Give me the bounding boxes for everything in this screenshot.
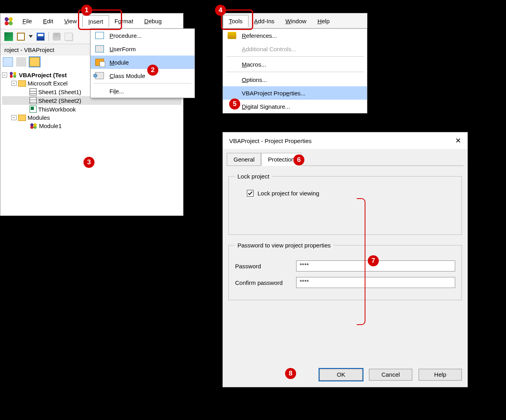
tools-options[interactable]: Options... [223,73,367,86]
window-icon[interactable] [17,33,25,41]
view-list-icon[interactable] [3,57,13,67]
menu-debug[interactable]: Debug [139,15,167,27]
insert-classmodule[interactable]: Class Module [91,69,195,82]
menu-file[interactable]: File [17,15,37,27]
insert-procedure[interactable]: Procedure... [91,29,195,42]
group-password: Password to view project properties Pass… [228,242,462,300]
callout-box-tools [221,9,253,30]
callout-brace-7 [357,198,365,325]
blank-icon [228,76,236,83]
collapse-icon[interactable]: − [11,115,17,120]
callout-badge-2: 2 [147,65,158,76]
lock-project-label: Lock project for viewing [258,190,319,197]
menu-help[interactable]: Help [312,15,335,27]
references-icon [228,32,236,39]
insert-module[interactable]: Module [91,56,195,69]
worksheet-icon [30,88,37,95]
close-icon[interactable]: ✕ [455,136,461,145]
dialog-title: VBAProject - Project Properties [229,138,311,144]
callout-badge-6: 6 [293,154,304,165]
folder-icon [18,115,26,121]
module-icon [30,123,37,129]
blank-icon [228,89,236,97]
vba-project-icon [9,71,17,78]
vba-app-icon [4,16,14,26]
menu-edit[interactable]: Edit [37,15,59,27]
callout-badge-8: 8 [285,368,296,379]
tree-thisworkbook[interactable]: ThisWorkbook [2,105,182,113]
view-grid-icon[interactable] [16,57,26,67]
project-properties-dialog: VBAProject - Project Properties ✕ Genera… [222,132,468,387]
excel-icon[interactable] [4,32,13,41]
help-button[interactable]: Help [419,369,462,381]
cut-icon[interactable] [53,33,61,41]
module-icon [95,59,104,66]
blank-icon [228,45,236,52]
worksheet-icon [30,97,37,104]
checkmark-icon [248,191,253,196]
folder-icon [18,80,26,87]
workbook-icon [30,106,37,113]
callout-badge-1: 1 [81,5,92,16]
insert-userform[interactable]: UserForm [91,42,195,56]
callout-badge-3: 3 [83,157,95,168]
save-icon[interactable] [37,33,44,41]
tree-module1[interactable]: Module1 [2,122,182,130]
tools-vbaproject-properties[interactable]: VBAProject Properties... [223,86,367,100]
group-lock-project: Lock project Lock project for viewing [228,173,462,235]
copy-icon[interactable] [65,33,72,41]
menu-separator [226,56,364,57]
collapse-icon[interactable]: − [2,72,7,78]
tools-menu-dropdown: References... Additional Controls... Mac… [222,28,367,113]
dialog-titlebar: VBAProject - Project Properties ✕ [223,132,467,149]
callout-badge-5: 5 [229,98,240,110]
toolbar-separator [48,32,49,41]
collapse-icon[interactable]: − [11,81,17,86]
tree-modules-folder[interactable]: − Modules [2,113,182,122]
tools-additional-controls: Additional Controls... [223,42,367,56]
procedure-icon [95,32,104,39]
confirm-password-label: Confirm password [235,279,296,286]
dropdown-arrow-icon[interactable] [29,35,33,38]
blank-icon [95,87,104,95]
menu-separator [226,72,364,72]
cancel-button[interactable]: Cancel [369,369,412,381]
insert-menu-dropdown: Procedure... UserForm Module Class Modul… [90,28,195,98]
dialog-tabs: General Protection [223,149,467,166]
menu-window[interactable]: Window [280,15,312,27]
password-label: Password [235,263,296,269]
ok-button[interactable]: OK [319,369,363,381]
insert-file[interactable]: File... [91,84,195,98]
tools-macros[interactable]: Macros... [223,58,367,71]
callout-badge-4: 4 [215,5,226,16]
tools-references[interactable]: References... [223,29,367,42]
blank-icon [228,61,236,68]
userform-icon [95,45,104,52]
tools-digital-signature[interactable]: Digital Signature... [223,100,367,113]
class-module-icon [95,72,104,79]
callout-badge-7: 7 [368,255,379,266]
lock-project-checkbox[interactable] [247,190,254,197]
confirm-password-input[interactable]: **** [296,277,455,288]
group-password-legend: Password to view project properties [235,242,333,249]
tab-general[interactable]: General [227,153,261,166]
group-lock-legend: Lock project [235,173,272,180]
menu-separator [94,83,191,84]
dialog-buttons: OK Cancel Help [319,369,462,381]
view-folder-icon[interactable] [30,57,40,67]
